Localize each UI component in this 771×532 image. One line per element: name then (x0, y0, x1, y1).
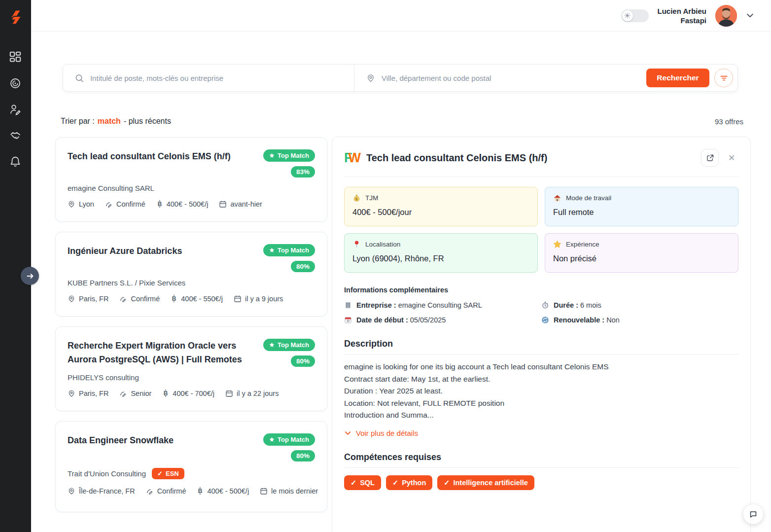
avatar[interactable] (715, 5, 737, 27)
search-bar: Rechercher (63, 64, 738, 92)
skill-chip: ✓ Intelligence artificielle (437, 475, 534, 490)
sidebar-item-dashboard[interactable] (9, 51, 22, 64)
job-rate: B 400€ - 500€/j (197, 487, 249, 495)
job-location: Paris, FR (68, 390, 108, 397)
job-location: Paris, FR (68, 295, 108, 303)
job-title: Data Engineer Snowflake (68, 433, 180, 461)
job-card[interactable]: Tech lead consultant Celonis EMS (h/f) T… (55, 137, 327, 222)
job-seniority: Confirmé (119, 295, 160, 303)
work-mode-value: Full remote (553, 208, 730, 217)
renew-arrows-icon (541, 316, 549, 324)
description-title: Description (344, 339, 738, 355)
tjm-value: 400€ - 500€/jour (352, 208, 529, 217)
job-list: Tech lead consultant Celonis EMS (h/f) T… (55, 137, 327, 512)
seniority-icon (119, 295, 127, 303)
experience-value: Non précisé (553, 254, 730, 263)
detail-job-title: Tech lead consultant Celonis EMS (h/f) (366, 152, 695, 164)
job-posted-date: avant-hier (219, 200, 262, 208)
job-card[interactable]: Recherche Expert Migration Oracle vers A… (55, 326, 327, 411)
match-score-badge: 80% (291, 450, 315, 461)
highlight-card-work-mode: Mode de travail Full remote (545, 187, 738, 226)
stopwatch-icon (541, 301, 549, 309)
open-external-button[interactable] (701, 149, 719, 167)
job-posted-date: il y a 9 jours (234, 295, 283, 303)
check-icon: ✓ (392, 479, 398, 487)
sort-suffix: - plus récents (124, 117, 171, 126)
theme-toggle-knob (622, 10, 633, 21)
info-duration: Durée : 6 mois (541, 301, 738, 309)
calendar-icon (225, 390, 233, 397)
star-icon (269, 248, 275, 253)
job-company: emagine Consulting SARL (68, 184, 315, 192)
brand-logo[interactable] (6, 7, 25, 26)
info-section-title: Informations complémentaires (344, 286, 738, 294)
top-match-badge: Top Match (263, 433, 315, 446)
round-pushpin-icon (352, 240, 361, 248)
search-keyword-input[interactable] (90, 74, 354, 82)
sidebar (0, 0, 31, 532)
external-link-icon (706, 154, 714, 162)
location-pin-icon (68, 200, 75, 208)
seniority-icon (119, 390, 127, 397)
chat-button[interactable] (743, 504, 763, 524)
office-building-icon (344, 301, 352, 309)
theme-toggle[interactable] (621, 9, 649, 22)
chat-bubble-icon (749, 510, 758, 519)
close-detail-button[interactable]: ✕ (725, 153, 738, 163)
location-pin-icon (68, 390, 75, 397)
star-icon (553, 240, 561, 248)
user-info: Lucien Arbieu Fastapi (658, 6, 706, 25)
filters-button[interactable] (714, 69, 733, 87)
job-card[interactable]: Ingénieur Azure Databricks Top Match 80%… (55, 232, 327, 317)
skill-chip: ✓ Python (386, 475, 432, 490)
location-pin-icon (366, 73, 375, 83)
description-text: emagine is looking for one its big accou… (344, 361, 738, 422)
check-icon: ✓ (350, 479, 356, 487)
search-icon (75, 73, 84, 83)
sidebar-item-partnerships[interactable] (9, 130, 22, 142)
job-seniority: Confirmé (146, 487, 186, 495)
calendar-icon (219, 200, 227, 208)
daily-rate-icon: B (171, 294, 177, 303)
company-logo-fw: FW (344, 150, 360, 166)
filter-icon (720, 74, 728, 82)
job-company: KUBE Partners S.L. / Pixie Services (68, 279, 315, 287)
sidebar-expand-button[interactable] (21, 267, 39, 285)
sort-prefix: Trier par : (61, 117, 95, 126)
check-icon: ✓ (444, 479, 450, 487)
top-header: Lucien Arbieu Fastapi (31, 0, 771, 32)
results-count: 93 offres (715, 117, 743, 126)
see-more-link[interactable]: Voir plus de détails (344, 429, 738, 437)
info-renewable: Renouvelable : Non (541, 316, 738, 324)
skills-title: Compétences requises (344, 452, 738, 468)
seniority-icon (105, 200, 113, 208)
sort-active-option[interactable]: match (98, 117, 121, 126)
job-seniority: Senior (119, 390, 151, 397)
job-title: Ingénieur Azure Databricks (68, 244, 189, 272)
sidebar-item-matching[interactable] (9, 77, 22, 90)
highlight-card-experience: Expérience Non précisé (545, 233, 738, 273)
sidebar-item-notifications[interactable] (9, 156, 22, 169)
location-value: Lyon (69004), Rhône, FR (352, 254, 529, 263)
search-button[interactable]: Rechercher (646, 69, 709, 87)
job-posted-date: il y a 22 jours (225, 390, 279, 397)
highlight-card-location: Localisation Lyon (69004), Rhône, FR (344, 233, 538, 273)
search-location-input[interactable] (382, 74, 646, 82)
top-match-badge: Top Match (263, 149, 315, 162)
skill-chip: ✓ SQL (344, 475, 381, 490)
star-icon (269, 153, 275, 158)
sidebar-item-candidates[interactable] (9, 104, 22, 116)
job-card[interactable]: Data Engineer Snowflake Top Match 80% Tr… (55, 421, 327, 512)
skills-list: ✓ SQL ✓ Python ✓ Intelligence artificiel… (344, 475, 738, 490)
user-name: Lucien Arbieu (658, 6, 706, 16)
account-menu-chevron[interactable] (746, 11, 754, 20)
job-rate: B 400€ - 550€/j (171, 294, 223, 303)
svg-text:$: $ (355, 197, 357, 201)
daily-rate-icon: B (197, 487, 204, 495)
esn-badge: ✓ ESN (152, 468, 184, 479)
calendar-icon (260, 487, 268, 495)
sort-control[interactable]: Trier par : match - plus récents (61, 117, 171, 126)
daily-rate-icon: B (156, 200, 163, 208)
chevron-down-icon (344, 429, 351, 437)
location-pin-icon (68, 295, 75, 303)
